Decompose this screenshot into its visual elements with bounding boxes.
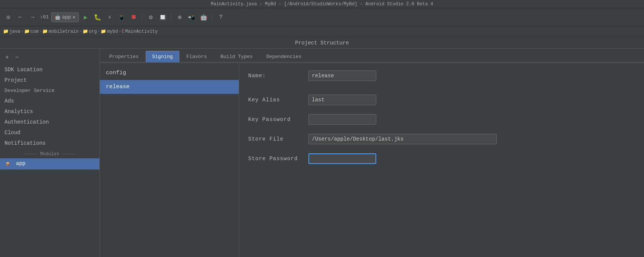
analytics-label: Analytics [5, 109, 33, 115]
key-alias-input[interactable] [308, 95, 376, 105]
store-file-input[interactable] [308, 134, 497, 144]
breadcrumb-org-label: org [89, 29, 97, 34]
ads-label: Ads [5, 98, 14, 104]
tabs-bar: Properties Signing Flavors Build Types D… [100, 49, 644, 63]
separator-3 [212, 14, 212, 21]
class-icon: C [122, 29, 124, 34]
store-password-row: Store Password [248, 153, 635, 164]
app-module-label: app [16, 161, 25, 167]
tab-flavors-label: Flavors [186, 54, 207, 60]
sidebar-item-developer-service[interactable]: Developer Service [0, 86, 99, 96]
tab-build-types-label: Build Types [220, 54, 253, 60]
signing-list: config release [100, 63, 239, 257]
coverage-icon[interactable]: ⚡ [104, 12, 115, 23]
arrows-icon[interactable]: ↕01 [39, 12, 50, 23]
title-bar: MainActivity.java - MyBd - [/Android/Stu… [0, 0, 644, 8]
back-icon[interactable]: ← [15, 12, 26, 23]
add-item-button[interactable]: + [3, 53, 11, 61]
sidebar-item-sdk-location[interactable]: SDK Location [0, 64, 99, 75]
arrow-icon-1: › [21, 29, 23, 34]
layout-icon[interactable]: 🔲 [157, 12, 168, 23]
run-icon[interactable]: ▶ [80, 12, 91, 23]
remove-item-button[interactable]: − [13, 53, 21, 61]
folder-icon-3: 📁 [42, 29, 48, 34]
content-panel: config release Name: [100, 63, 644, 257]
store-password-input[interactable] [308, 153, 376, 164]
breadcrumb-mainactivity-label: MainActivity [125, 29, 157, 34]
forward-icon[interactable]: → [27, 12, 38, 23]
notifications-label: Notifications [5, 140, 46, 146]
key-password-label: Key Password [248, 116, 308, 122]
app-label: app [62, 14, 71, 20]
key-password-input[interactable] [308, 114, 376, 125]
folder-icon-5: 📁 [101, 29, 106, 34]
config-label: config [106, 70, 126, 76]
app-run-button[interactable]: 🤖 app ▾ [51, 12, 79, 22]
breadcrumb-mobiletrain[interactable]: 📁 mobiletrain [42, 29, 78, 34]
tab-signing-label: Signing [152, 54, 173, 60]
store-password-label: Store Password [248, 156, 308, 162]
sidebar-item-ads[interactable]: Ads [0, 96, 99, 106]
sidebar-item-cloud[interactable]: Cloud [0, 127, 99, 138]
tab-build-types[interactable]: Build Types [214, 51, 259, 62]
cloud-label: Cloud [5, 130, 20, 136]
signing-item-config[interactable]: config [100, 66, 239, 80]
avd-icon[interactable]: 📲 [186, 12, 197, 23]
key-password-row: Key Password [248, 114, 635, 125]
arrow-icon-3: › [79, 29, 82, 34]
name-row: Name: [248, 70, 635, 81]
android-sdk-icon[interactable]: 🤖 [198, 12, 209, 23]
breadcrumb-org[interactable]: 📁 org [82, 29, 97, 34]
breadcrumb-java[interactable]: 📁 java [3, 29, 20, 34]
breadcrumb-java-label: java [9, 29, 20, 34]
breadcrumb-mobiletrain-label: mobiletrain [49, 29, 78, 34]
help-icon[interactable]: ? [215, 12, 226, 23]
title-text: MainActivity.java - MyBd - [/Android/Stu… [211, 2, 433, 7]
folder-icon-2: 📁 [24, 29, 30, 34]
breadcrumb-mybd-label: mybd [107, 29, 118, 34]
sidebar-controls: + − [0, 52, 99, 63]
sidebar-item-project[interactable]: Project [0, 75, 99, 86]
tab-flavors[interactable]: Flavors [180, 51, 214, 62]
separator-1 [142, 14, 142, 21]
form-area: Name: Key Alias Key Password [239, 63, 644, 257]
separator-2 [171, 14, 171, 21]
search-toolbar-icon[interactable]: ⊙ [3, 12, 14, 23]
sidebar-item-app[interactable]: 📦 app [0, 158, 99, 170]
sidebar: + − SDK Location Project Developer Servi… [0, 49, 100, 257]
module-icon: 📦 [5, 161, 11, 167]
store-file-row: Store File [248, 134, 635, 144]
spacer-1 [248, 90, 635, 95]
deploy-icon[interactable]: ⊕ [174, 12, 185, 23]
name-input[interactable] [308, 70, 376, 81]
settings-icon[interactable]: ⚙ [145, 12, 156, 23]
tab-dependencies[interactable]: Dependencies [260, 51, 308, 62]
tab-properties-label: Properties [109, 54, 139, 60]
breadcrumb-com-label: com [31, 29, 39, 34]
folder-icon-4: 📁 [82, 29, 88, 34]
device-icon[interactable]: 📱 [116, 12, 127, 23]
modules-label: Modules [40, 151, 59, 157]
tab-properties[interactable]: Properties [103, 51, 145, 62]
arrow-icon-4: › [98, 29, 100, 34]
authentication-label: Authentication [5, 119, 49, 125]
main-content: Properties Signing Flavors Build Types D… [100, 49, 644, 257]
sidebar-item-notifications[interactable]: Notifications [0, 138, 99, 148]
signing-item-release[interactable]: release [100, 80, 239, 94]
sidebar-item-authentication[interactable]: Authentication [0, 117, 99, 127]
stop-icon[interactable]: ⏹ [128, 12, 139, 23]
breadcrumb-mybd[interactable]: 📁 mybd [101, 29, 118, 34]
breadcrumb: 📁 java › 📁 com › 📁 mobiletrain › 📁 org ›… [0, 26, 644, 37]
tab-signing[interactable]: Signing [146, 51, 179, 62]
project-label: Project [5, 77, 27, 83]
modules-section-label: Modules [0, 148, 99, 158]
debug-icon[interactable]: 🐛 [92, 12, 103, 23]
breadcrumb-mainactivity[interactable]: C MainActivity [122, 29, 158, 34]
folder-icon: 📁 [3, 29, 9, 34]
name-label: Name: [248, 73, 308, 79]
arrow-icon-2: › [39, 29, 41, 34]
dialog-body: + − SDK Location Project Developer Servi… [0, 49, 644, 257]
breadcrumb-com[interactable]: 📁 com [24, 29, 39, 34]
sidebar-item-analytics[interactable]: Analytics [0, 106, 99, 117]
toolbar: ⊙ ← → ↕01 🤖 app ▾ ▶ 🐛 ⚡ 📱 ⏹ ⚙ 🔲 ⊕ 📲 🤖 ? [0, 8, 644, 26]
